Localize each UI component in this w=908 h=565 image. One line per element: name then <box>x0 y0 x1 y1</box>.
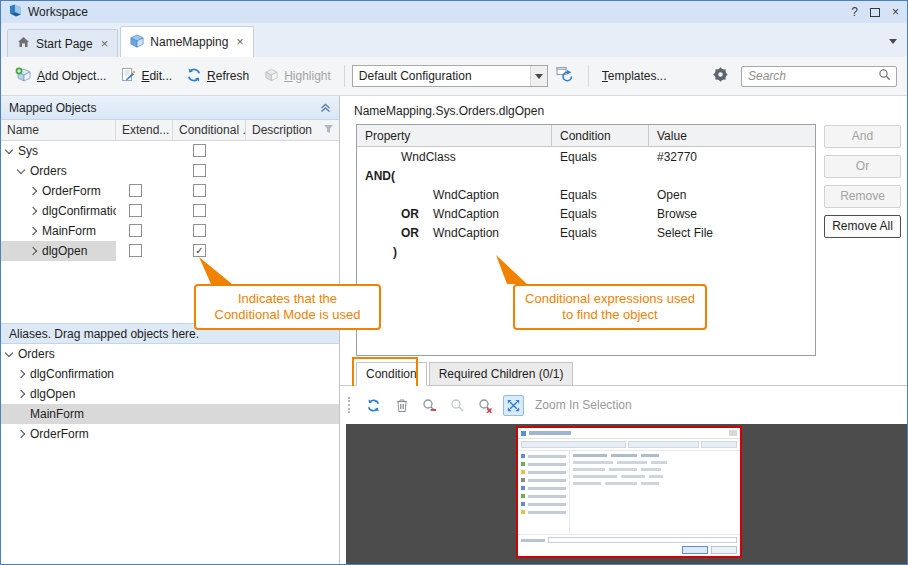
conditional-checkbox-checked[interactable]: ✓ <box>193 244 206 257</box>
table-row[interactable]: WndClass Equals #32770 <box>357 147 815 166</box>
row-operator: OR <box>401 226 433 240</box>
chevron-right-icon[interactable] <box>29 187 37 195</box>
thumbnail-body <box>518 451 740 534</box>
extended-find-checkbox[interactable] <box>129 244 142 257</box>
column-header-description[interactable]: Description <box>246 120 339 140</box>
column-header-value[interactable]: Value <box>649 125 815 146</box>
and-button[interactable]: And <box>824 125 901 148</box>
tree-node-mainform[interactable]: MainForm <box>1 221 116 241</box>
refresh-button[interactable]: Refresh <box>180 63 255 90</box>
table-row[interactable]: WndCaption Equals Open <box>357 185 815 204</box>
column-header-property[interactable]: Property <box>357 125 552 146</box>
add-object-button[interactable]: Add Object... <box>9 63 112 90</box>
table-row[interactable]: dlgConfirmation <box>1 201 339 221</box>
toolbar-grip-handle[interactable] <box>348 397 351 413</box>
remove-button[interactable]: Remove <box>824 185 901 208</box>
list-item-selected[interactable]: MainForm <box>1 404 339 424</box>
condition-operator: Equals <box>552 150 649 164</box>
edit-button[interactable]: Edit... <box>114 63 178 90</box>
maximize-button[interactable] <box>870 8 880 17</box>
sync-configuration-button[interactable] <box>550 62 581 90</box>
list-item[interactable]: dlgOpen <box>1 384 339 404</box>
list-item[interactable]: Orders <box>1 344 339 364</box>
tab-condition[interactable]: Condition <box>356 362 427 386</box>
chevron-right-icon[interactable] <box>17 370 25 378</box>
extended-find-checkbox[interactable] <box>129 204 142 217</box>
column-header-conditional[interactable]: Conditional ... <box>173 120 246 140</box>
conditional-checkbox[interactable] <box>193 144 206 157</box>
filter-icon[interactable] <box>323 123 334 137</box>
chevron-down-icon[interactable] <box>5 146 13 154</box>
image-preview-area <box>346 424 907 564</box>
list-item[interactable]: OrderForm <box>1 424 339 444</box>
close-button[interactable]: × <box>892 5 899 19</box>
file-dialog-thumbnail[interactable] <box>516 426 742 558</box>
conditional-checkbox[interactable] <box>193 224 206 237</box>
highlight-button[interactable]: Highlight <box>257 63 337 90</box>
conditional-checkbox[interactable] <box>193 184 206 197</box>
condition-value: #32770 <box>649 150 815 164</box>
close-tab-icon[interactable]: × <box>101 38 109 50</box>
node-label: dlgConfirmation <box>30 367 114 381</box>
node-label: OrderForm <box>30 427 89 441</box>
chevron-down-icon[interactable] <box>5 349 13 357</box>
help-button[interactable]: ? <box>851 5 858 19</box>
conditional-checkbox[interactable] <box>193 204 206 217</box>
zoom-button-disabled[interactable] <box>447 395 468 416</box>
tab-start-page[interactable]: Start Page × <box>7 29 118 57</box>
node-label: dlgOpen <box>30 387 75 401</box>
tree-node-dlgopen[interactable]: dlgOpen <box>1 241 116 261</box>
zoom-out-button[interactable] <box>419 395 440 416</box>
settings-button[interactable] <box>712 66 729 86</box>
extended-find-checkbox[interactable] <box>129 184 142 197</box>
refresh-image-button[interactable] <box>363 395 384 416</box>
table-row[interactable]: ORWndCaption Equals Select File <box>357 223 815 242</box>
tree-node-dlgconfirmation[interactable]: dlgConfirmation <box>1 201 116 221</box>
column-header-condition[interactable]: Condition <box>552 125 649 146</box>
table-row[interactable]: OrderForm <box>1 181 339 201</box>
extended-find-checkbox[interactable] <box>129 224 142 237</box>
clear-zoom-button[interactable] <box>475 395 496 416</box>
callout-conditional-expressions: Conditional expressions used to find the… <box>513 284 707 330</box>
chevron-right-icon[interactable] <box>29 247 37 255</box>
remove-all-button[interactable]: Remove All <box>824 215 901 238</box>
table-row-selected[interactable]: dlgOpen ✓ <box>1 241 339 261</box>
name-mapping-icon <box>130 34 144 51</box>
chevron-right-icon[interactable] <box>29 207 37 215</box>
zoom-mode-label: Zoom In Selection <box>535 398 632 412</box>
chevron-right-icon[interactable] <box>17 430 25 438</box>
delete-image-button[interactable] <box>391 395 412 416</box>
table-row[interactable]: ORWndCaption Equals Browse <box>357 204 815 223</box>
chevron-right-icon[interactable] <box>17 390 25 398</box>
node-label: MainForm <box>42 224 96 238</box>
callout-pointer <box>198 257 236 285</box>
tab-required-children[interactable]: Required Children (0/1) <box>429 362 574 386</box>
chevron-right-icon[interactable] <box>29 227 37 235</box>
table-row[interactable]: Orders <box>1 161 339 181</box>
column-header-name[interactable]: Name <box>1 120 116 140</box>
main-toolbar: Add Object... Edit... Refresh Highlight … <box>1 57 907 96</box>
table-row[interactable]: Sys <box>1 141 339 161</box>
close-tab-icon[interactable]: × <box>236 36 244 48</box>
or-button[interactable]: Or <box>824 155 901 178</box>
column-header-extended[interactable]: Extend... <box>116 120 173 140</box>
configuration-select[interactable]: Default Configuration <box>352 65 548 87</box>
tree-node-orders[interactable]: Orders <box>1 161 116 181</box>
tab-overflow-button[interactable] <box>889 33 897 47</box>
zoom-in-selection-button[interactable] <box>503 395 524 416</box>
gear-icon <box>712 66 729 86</box>
list-item[interactable]: dlgConfirmation <box>1 364 339 384</box>
chevron-down-icon[interactable] <box>17 166 25 174</box>
table-row[interactable]: MainForm <box>1 221 339 241</box>
tree-node-orderform[interactable]: OrderForm <box>1 181 116 201</box>
templates-button[interactable]: Templates... <box>596 65 673 87</box>
tab-name-mapping[interactable]: NameMapping × <box>120 26 254 57</box>
thumbnail-open-button <box>682 546 708 554</box>
collapse-panel-button[interactable] <box>320 103 331 113</box>
group-operator: AND( <box>357 169 395 183</box>
tree-node-sys[interactable]: Sys <box>1 141 116 161</box>
conditional-checkbox[interactable] <box>193 164 206 177</box>
configuration-dropdown-button[interactable] <box>530 66 547 86</box>
search-input[interactable] <box>748 69 878 83</box>
mapped-objects-panel: Mapped Objects Name Extend... Conditiona… <box>1 96 340 564</box>
